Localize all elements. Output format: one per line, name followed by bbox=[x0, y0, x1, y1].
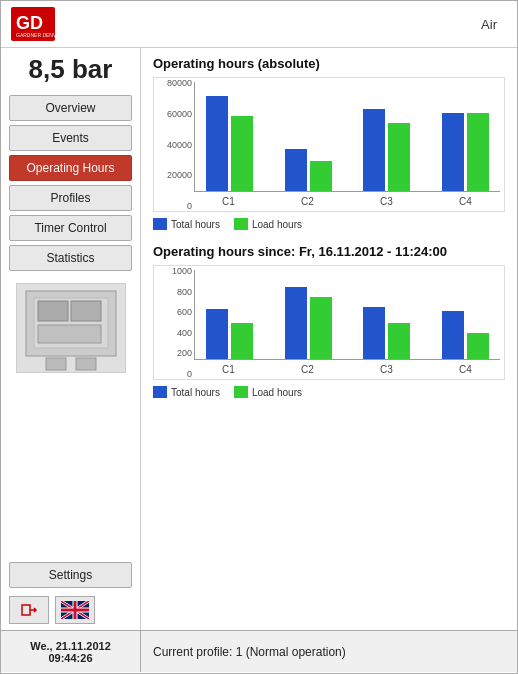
content-area: Operating hours (absolute) 80000 60000 4… bbox=[141, 48, 517, 630]
bar-c2-blue bbox=[285, 149, 307, 191]
svg-rect-12 bbox=[22, 605, 30, 615]
bar-group2-c4 bbox=[431, 311, 500, 359]
nav-events[interactable]: Events bbox=[9, 125, 132, 151]
header-title: Air bbox=[481, 17, 507, 32]
chart1-legend: Total hours Load hours bbox=[153, 218, 505, 230]
svg-text:GD: GD bbox=[16, 13, 43, 33]
footer: We., 21.11.2012 09:44:26 Current profile… bbox=[1, 630, 517, 672]
logout-button[interactable] bbox=[9, 596, 49, 624]
bar-group2-c2 bbox=[274, 287, 343, 359]
logo-area: GD GARDNER DENVER bbox=[11, 7, 55, 41]
nav-overview[interactable]: Overview bbox=[9, 95, 132, 121]
legend2-total-hours: Total hours bbox=[153, 386, 220, 398]
bar2-c4-green bbox=[467, 333, 489, 359]
main-layout: 8,5 bar Overview Events Operating Hours … bbox=[1, 48, 517, 630]
bottom-icons bbox=[9, 596, 132, 624]
bar-c1-green bbox=[231, 116, 253, 191]
chart1-y-axis: 80000 60000 40000 20000 0 bbox=[156, 78, 192, 211]
svg-rect-10 bbox=[76, 358, 96, 370]
bar-group-c4 bbox=[431, 113, 500, 191]
bar-group-c2 bbox=[274, 149, 343, 191]
sidebar: 8,5 bar Overview Events Operating Hours … bbox=[1, 48, 141, 630]
legend-blue-box bbox=[153, 218, 167, 230]
bar2-c2-green bbox=[310, 297, 332, 359]
chart2-wrapper: 1000 800 600 400 200 0 bbox=[153, 265, 505, 380]
language-button[interactable] bbox=[55, 596, 95, 624]
chart2-y-axis: 1000 800 600 400 200 0 bbox=[156, 266, 192, 379]
bar-c2-green bbox=[310, 161, 332, 191]
chart2-title: Operating hours since: Fr, 16.11.2012 - … bbox=[153, 244, 505, 259]
bar-group-c1 bbox=[195, 96, 264, 191]
bar2-c3-green bbox=[388, 323, 410, 359]
bar2-c4-blue bbox=[442, 311, 464, 359]
chart2-bars bbox=[194, 270, 500, 360]
nav-operating-hours[interactable]: Operating Hours bbox=[9, 155, 132, 181]
legend-total-hours: Total hours bbox=[153, 218, 220, 230]
footer-time: 09:44:26 bbox=[48, 652, 92, 664]
nav-timer-control[interactable]: Timer Control bbox=[9, 215, 132, 241]
legend-green-box bbox=[234, 218, 248, 230]
header: GD GARDNER DENVER Air bbox=[1, 1, 517, 48]
pressure-display: 8,5 bar bbox=[9, 54, 132, 85]
nav-profiles[interactable]: Profiles bbox=[9, 185, 132, 211]
gd-logo: GD GARDNER DENVER bbox=[11, 7, 55, 41]
nav-statistics[interactable]: Statistics bbox=[9, 245, 132, 271]
bar2-c1-blue bbox=[206, 309, 228, 359]
bar-c4-blue bbox=[442, 113, 464, 191]
chart2-x-labels: C1 C2 C3 C4 bbox=[194, 364, 500, 375]
chart1-title: Operating hours (absolute) bbox=[153, 56, 505, 71]
bar-c3-blue bbox=[363, 109, 385, 191]
chart1-bars bbox=[194, 82, 500, 192]
chart2-legend: Total hours Load hours bbox=[153, 386, 505, 398]
flag-icon bbox=[61, 601, 89, 619]
footer-datetime: We., 21.11.2012 09:44:26 bbox=[1, 631, 141, 672]
svg-rect-9 bbox=[46, 358, 66, 370]
bar2-c3-blue bbox=[363, 307, 385, 359]
chart1-x-labels: C1 C2 C3 C4 bbox=[194, 196, 500, 207]
chart1-container: Operating hours (absolute) 80000 60000 4… bbox=[153, 56, 505, 230]
legend-load-hours: Load hours bbox=[234, 218, 302, 230]
bar2-c2-blue bbox=[285, 287, 307, 359]
bar-c3-green bbox=[388, 123, 410, 191]
bar-group2-c3 bbox=[353, 307, 422, 359]
legend2-load-hours: Load hours bbox=[234, 386, 302, 398]
chart1-wrapper: 80000 60000 40000 20000 0 bbox=[153, 77, 505, 212]
bar-group2-c1 bbox=[195, 309, 264, 359]
footer-date: We., 21.11.2012 bbox=[30, 640, 111, 652]
settings-button[interactable]: Settings bbox=[9, 562, 132, 588]
footer-profile: Current profile: 1 (Normal operation) bbox=[141, 631, 517, 672]
bar-group-c3 bbox=[353, 109, 422, 191]
chart2-container: Operating hours since: Fr, 16.11.2012 - … bbox=[153, 244, 505, 398]
legend2-green-box bbox=[234, 386, 248, 398]
bar-c1-blue bbox=[206, 96, 228, 191]
bar-c4-green bbox=[467, 113, 489, 191]
logout-icon bbox=[20, 601, 38, 619]
svg-rect-7 bbox=[71, 301, 101, 321]
bar2-c1-green bbox=[231, 323, 253, 359]
svg-rect-8 bbox=[38, 325, 101, 343]
machine-image: GD bbox=[16, 283, 126, 373]
legend2-blue-box bbox=[153, 386, 167, 398]
svg-text:GARDNER DENVER: GARDNER DENVER bbox=[16, 32, 55, 38]
svg-rect-6 bbox=[38, 301, 68, 321]
